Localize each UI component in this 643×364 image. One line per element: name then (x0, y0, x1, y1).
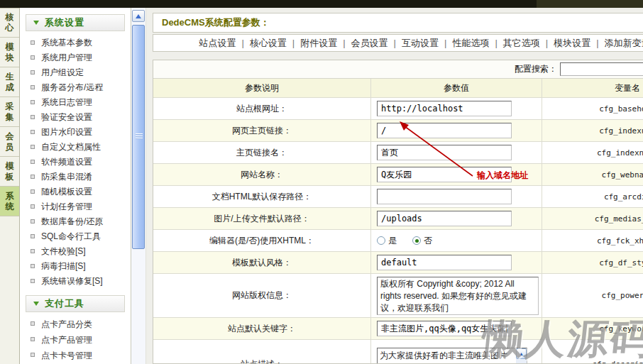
scrollbar-grip-icon (136, 133, 143, 140)
param-textarea-cfg_powerby[interactable]: 版权所有 Copyright &copy; 2012 All rights re… (377, 277, 539, 315)
tab-separator: | (596, 38, 598, 48)
radio-option-是[interactable]: 是 (377, 235, 397, 247)
sidebar-item[interactable]: 计划任务管理 (20, 199, 131, 214)
tab-separator: | (241, 38, 243, 48)
table-row: 站点默认关键字：cfg_keywords (153, 318, 643, 340)
param-input-cfg_indexname[interactable] (377, 145, 512, 160)
sidebar-item[interactable]: 文件校验[S] (20, 244, 131, 259)
param-input-cfg_arcdir[interactable] (377, 189, 512, 204)
vertical-tab-系统[interactable]: 系 统 (0, 187, 19, 216)
config-tab[interactable]: 会员设置 (351, 37, 388, 50)
table-row: 模板默认风格：cfg_df_style (153, 252, 643, 274)
param-input-cfg_indexurl[interactable] (377, 123, 512, 138)
param-varname: cfg_indexname (542, 142, 643, 163)
sidebar-item[interactable]: 点卡卡号管理 (20, 348, 131, 363)
param-textarea-cfg_description[interactable]: 为大家提供好看的非主流唯美图片和各类男生头像图片以及女生头像图片,更▲▼ (377, 348, 527, 364)
param-varname: cfg_basehost (542, 98, 643, 119)
sidebar-item[interactable]: 随机模板设置 (20, 184, 131, 199)
bullet-icon (31, 70, 35, 75)
textarea-scrollbar[interactable]: ▲▼ (516, 348, 527, 364)
param-input-cfg_basehost[interactable] (377, 101, 512, 116)
sidebar-item[interactable]: 防采集串混淆 (20, 170, 131, 184)
sidebar-item[interactable]: 用户组设定 (20, 65, 131, 80)
bullet-icon (31, 145, 35, 149)
vertical-tab-模块[interactable]: 模 块 (0, 38, 19, 67)
table-row: 图片/上传文件默认路径：cfg_medias_dir (153, 208, 643, 230)
page-title: DedeCMS系统配置参数： (153, 13, 643, 33)
param-value-cell (371, 98, 542, 119)
config-tab[interactable]: 互动设置 (402, 37, 439, 50)
config-tab[interactable]: 模块设置 (554, 37, 590, 50)
table-row: 站点根网址：cfg_basehost (153, 98, 643, 120)
sidebar-section-header[interactable]: 系统设置 (26, 14, 125, 31)
sidebar-item[interactable]: 软件频道设置 (20, 155, 131, 170)
sidebar-item[interactable]: SQL命令行工具 (20, 229, 131, 244)
param-input-cfg_df_style[interactable] (377, 255, 512, 270)
sidebar-item[interactable]: 数据库备份/还原 (20, 214, 131, 229)
param-input-cfg_medias_dir[interactable] (377, 211, 512, 226)
config-tab[interactable]: 其它选项 (503, 37, 540, 50)
config-tab[interactable]: 核心设置 (250, 37, 287, 50)
tab-separator: | (546, 38, 548, 48)
sidebar-item[interactable]: 点卡产品管理 (20, 332, 131, 348)
param-label: 图片/上传文件默认路径： (153, 208, 371, 229)
config-tab[interactable]: 站点设置 (199, 37, 236, 50)
param-input-cfg_keywords[interactable] (377, 321, 512, 336)
scrollbar-thumb[interactable] (132, 25, 145, 249)
bullet-icon (31, 337, 35, 341)
sidebar-item[interactable]: 服务器分布/远程 (20, 80, 131, 95)
textarea-scroll-up-icon[interactable]: ▲ (516, 348, 527, 359)
bullet-icon (31, 264, 35, 268)
bullet-icon (31, 160, 35, 164)
param-value-cell (371, 208, 542, 229)
column-header: 变量名 (542, 79, 643, 97)
sidebar-section-header[interactable]: 支付工具 (26, 295, 125, 312)
table-row: 网页主页链接：cfg_indexurl (153, 120, 643, 142)
column-header: 参数值 (371, 79, 542, 97)
scroll-up-button[interactable] (132, 10, 145, 22)
sidebar-item[interactable]: 系统基本参数 (20, 35, 131, 50)
bullet-icon (31, 189, 35, 194)
param-varname: cfg_keywords (542, 318, 643, 339)
radio-icon[interactable] (412, 236, 421, 245)
section-collapse-icon (33, 21, 39, 25)
radio-icon[interactable] (377, 236, 385, 245)
vertical-tab-会员[interactable]: 会 员 (0, 127, 19, 157)
sidebar-item[interactable]: 系统日志管理 (20, 95, 131, 110)
vertical-tab-模板[interactable]: 模 板 (0, 157, 19, 187)
bullet-icon (31, 204, 35, 209)
sidebar-item[interactable]: 验证安全设置 (20, 110, 131, 125)
sidebar-item[interactable]: 系统错误修复[S] (20, 274, 131, 289)
param-value-cell: 版权所有 Copyright &copy; 2012 All rights re… (371, 274, 542, 317)
vertical-tab-采集[interactable]: 采 集 (0, 97, 19, 127)
textarea-text: 为大家提供好看的非主流唯美图片和各类男生头像图片以及女生头像图片,更 (380, 350, 515, 364)
param-value-cell (371, 120, 542, 141)
vertical-tab-生成[interactable]: 生 成 (0, 67, 19, 97)
table-row: 主页链接名：cfg_indexname (153, 142, 643, 164)
sidebar-scrollbar[interactable] (131, 8, 146, 364)
tab-separator: | (495, 38, 497, 48)
param-value-cell: 为大家提供好看的非主流唯美图片和各类男生头像图片以及女生头像图片,更▲▼ (371, 340, 542, 364)
sidebar-item[interactable]: 系统用户管理 (20, 50, 131, 65)
param-label: 站点默认关键字： (153, 318, 371, 339)
bullet-icon (31, 279, 35, 283)
vertical-tab-核心[interactable]: 核 心 (0, 8, 19, 38)
sidebar-item[interactable]: 病毒扫描[S] (20, 259, 131, 274)
config-tab[interactable]: 添加新变量 (605, 37, 643, 50)
radio-option-否[interactable]: 否 (412, 235, 432, 247)
config-tab[interactable]: 性能选项 (452, 37, 489, 50)
config-tab[interactable]: 附件设置 (300, 37, 337, 50)
sidebar-item[interactable]: 点卡产品分类 (20, 316, 131, 332)
table-row: 文档HTML默认保存路径：cfg_arcdir (153, 186, 643, 208)
table-row: 网站版权信息：版权所有 Copyright &copy; 2012 All ri… (153, 274, 643, 318)
bullet-icon (31, 234, 35, 238)
config-search-input[interactable] (560, 62, 643, 76)
param-value-cell (371, 318, 542, 339)
bullet-icon (31, 115, 35, 119)
param-varname: cfg_fck_xhtml (542, 230, 643, 251)
sidebar-item[interactable]: 自定义文档属性 (20, 140, 131, 155)
config-panel: 配置搜索： 参数说明参数值变量名站点根网址：cfg_basehost网页主页链接… (153, 60, 643, 364)
sidebar-item[interactable]: 图片水印设置 (20, 125, 131, 140)
param-value-cell (371, 142, 542, 163)
config-search-row: 配置搜索： (153, 60, 643, 79)
